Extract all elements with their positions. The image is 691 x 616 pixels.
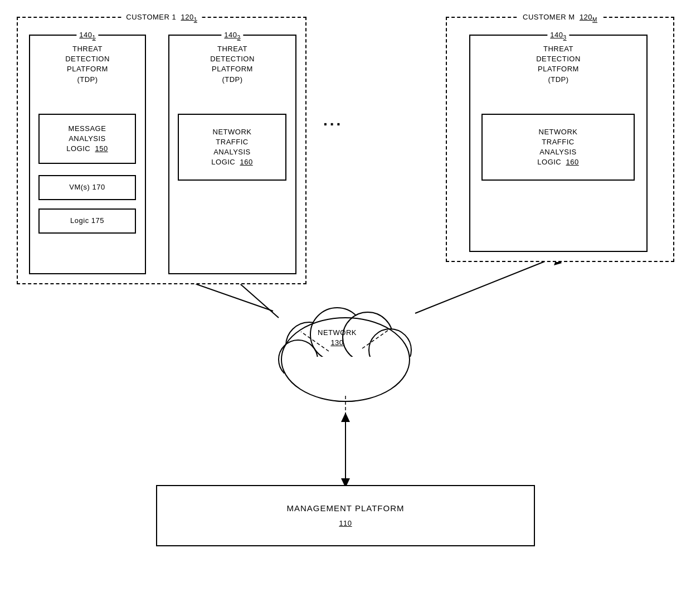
ellipsis: ... [323,111,343,129]
logic175-label: Logic 175 [70,216,104,226]
customerM-ref: 120M [580,13,597,21]
svg-line-15 [415,256,557,313]
tdp1-label: THREATDETECTIONPLATFORM(TDP) [30,44,145,85]
management-box: MANAGEMENT PLATFORM 110 [156,485,535,546]
customer1-ref: 1201 [181,13,197,21]
tdp2-label: THREATDETECTIONPLATFORM(TDP) [169,44,295,85]
tdp3-title: 1403 [547,30,569,42]
vms-box: VM(s) 170 [38,175,136,200]
message-analysis-label: MESSAGEANALYSISLOGIC 150 [66,124,108,154]
diagram-container: CUSTOMER 1 1201 1401 THREATDETECTIONPLAT… [0,0,691,616]
customer1-box: CUSTOMER 1 1201 1401 THREATDETECTIONPLAT… [17,17,306,284]
management-ref: 110 [339,518,352,528]
customerM-title: CUSTOMER M 120M [518,12,602,24]
message-analysis-box: MESSAGEANALYSISLOGIC 150 [38,114,136,164]
nta-logic2-box: NETWORKTRAFFICANALYSISLOGIC 160 [481,114,635,181]
tdp2-box: 1402 THREATDETECTIONPLATFORM(TDP) NETWOR… [168,35,296,274]
network-label: NETWORK 130 [318,328,357,348]
svg-line-9 [362,329,390,348]
svg-point-5 [279,340,318,379]
tdp3-box: 1403 THREATDETECTIONPLATFORM(TDP) NETWOR… [469,35,648,252]
logic175-box: Logic 175 [38,208,136,234]
nta-logic1-label: NETWORKTRAFFICANALYSISLOGIC 160 [211,127,252,168]
vms-label: VM(s) 170 [69,182,105,192]
customerM-box: CUSTOMER M 120M 1403 THREATDETECTIONPLAT… [446,17,674,262]
tdp3-label: THREATDETECTIONPLATFORM(TDP) [470,44,646,85]
management-label: MANAGEMENT PLATFORM [287,502,405,514]
svg-point-4 [369,329,411,371]
svg-rect-6 [284,357,418,401]
tdp2-title: 1402 [221,30,243,42]
tdp1-box: 1401 THREATDETECTIONPLATFORM(TDP) MESSAG… [29,35,146,274]
nta-logic2-label: NETWORKTRAFFICANALYSISLOGIC 160 [537,127,578,168]
customer1-title: CUSTOMER 1 1201 [121,12,201,24]
nta-logic1-box: NETWORKTRAFFICANALYSISLOGIC 160 [178,114,286,181]
tdp1-title: 1401 [76,30,98,42]
svg-marker-19 [341,413,350,422]
